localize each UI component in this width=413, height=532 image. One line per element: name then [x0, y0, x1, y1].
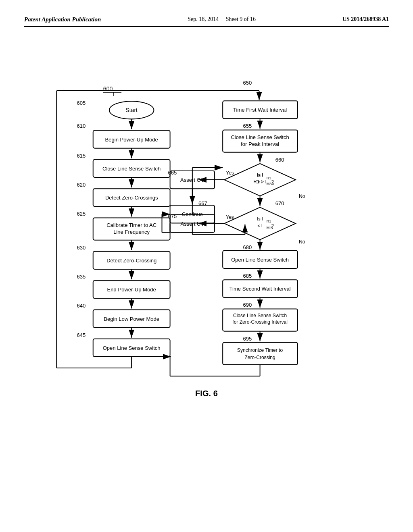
- text-645: Open Line Sense Switch: [103, 345, 161, 351]
- text-635: End Power-Up Mode: [107, 287, 156, 293]
- text-670-line1: Is I: [257, 216, 263, 221]
- flowchart-svg: 600 605 Start 610 Begin Power-Up Mode 61…: [24, 35, 389, 499]
- page: Patent Application Publication Sep. 18, …: [0, 0, 413, 532]
- label-645: 645: [77, 332, 86, 338]
- sheet-info: Sheet 9 of 16: [226, 16, 256, 22]
- label-670: 670: [275, 200, 284, 206]
- text-655b: for Peak Interval: [241, 141, 279, 147]
- label-685: 685: [243, 273, 252, 279]
- text-625b: Line Frequency: [113, 229, 150, 235]
- text-610: Begin Power-Up Mode: [105, 137, 158, 143]
- text-640: Begin Low Power Mode: [104, 316, 159, 322]
- text-660-q: ?: [271, 179, 274, 184]
- label-655: 655: [243, 123, 252, 129]
- text-655a: Close Line Sense Switch: [231, 134, 289, 140]
- text-630: Detect Zero-Crossing: [106, 258, 156, 264]
- text-620: Detect Zero-Crossings: [105, 195, 158, 201]
- label-no-670: No: [299, 239, 305, 245]
- label-620: 620: [77, 182, 86, 188]
- label-yes-670: Yes: [226, 214, 234, 220]
- label-690: 690: [243, 302, 252, 308]
- text-660-sub1: R1: [267, 176, 271, 180]
- text-690b: for Zero-Crossing Interval: [232, 319, 288, 325]
- text-605: Start: [125, 107, 138, 113]
- page-header: Patent Application Publication Sep. 18, …: [24, 16, 389, 27]
- publication-title: Patent Application Publication: [24, 16, 101, 23]
- label-yes-660: Yes: [226, 170, 234, 176]
- text-670-line2: < I: [257, 223, 263, 228]
- label-610: 610: [77, 123, 86, 129]
- label-no-660: No: [299, 193, 305, 199]
- label-605: 605: [77, 100, 86, 106]
- label-660: 660: [275, 157, 284, 163]
- text-695a: Synchronize Timer to: [237, 347, 283, 353]
- label-640: 640: [77, 303, 86, 309]
- text-660-line2: > I: [257, 179, 263, 184]
- text-695b: Zero-Crossing: [244, 355, 275, 360]
- text-670-q: ?: [271, 223, 274, 228]
- publication-date: Sep. 18, 2014: [188, 16, 219, 22]
- text-660-line1: Is I: [257, 172, 263, 177]
- text-690a: Close Line Sense Switch: [233, 313, 287, 318]
- label-615: 615: [77, 153, 86, 159]
- text-625a: Calibrate Timer to AC: [106, 222, 156, 228]
- label-695: 695: [243, 336, 252, 342]
- text-670-sub1: R1: [267, 219, 271, 223]
- text-615: Close Line Sense Switch: [102, 166, 161, 172]
- flowchart-diagram: 600 605 Start 610 Begin Power-Up Mode 61…: [24, 35, 389, 499]
- node-695: [223, 343, 298, 365]
- header-center: Sep. 18, 2014 Sheet 9 of 16: [188, 16, 256, 23]
- text-650: Time First Wait Interval: [233, 107, 287, 113]
- patent-number: US 2014/268938 A1: [342, 16, 389, 23]
- label-635: 635: [77, 274, 86, 280]
- label-625: 625: [77, 211, 86, 217]
- text-685: Time Second Wait Interval: [229, 286, 291, 292]
- label-630: 630: [77, 245, 86, 251]
- label-650: 650: [243, 80, 252, 86]
- text-675: Assert UV: [180, 221, 204, 227]
- text-680: Open Line Sense Switch: [231, 257, 289, 263]
- figure-label: FIG. 6: [195, 389, 218, 398]
- label-680: 680: [243, 244, 252, 250]
